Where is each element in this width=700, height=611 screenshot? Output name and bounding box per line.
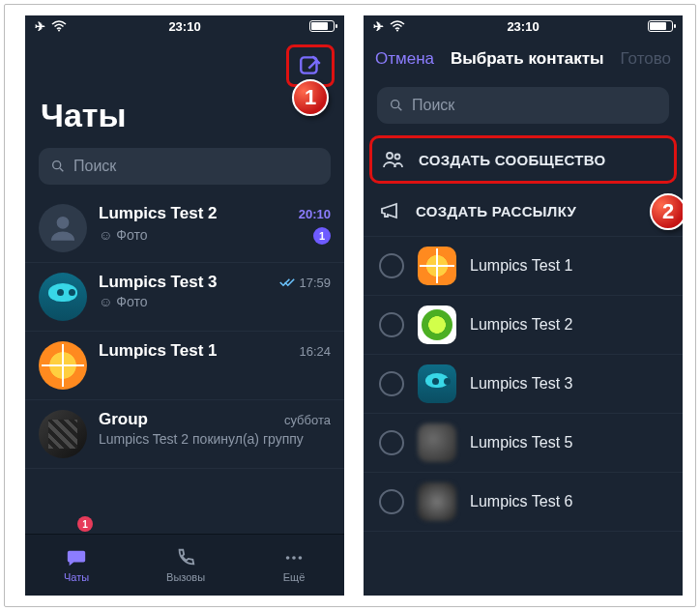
wifi-icon — [390, 20, 405, 32]
svg-point-9 — [387, 153, 393, 159]
search-input[interactable]: Поиск — [39, 148, 331, 185]
wifi-icon — [51, 20, 67, 32]
avatar — [39, 204, 87, 252]
phone-chats-screen: ✈ 23:10 1 Чаты Поиск Lumpics Test 2 20:1… — [25, 15, 344, 596]
chat-row[interactable]: Lumpics Test 1 16:24 — [25, 332, 344, 400]
contact-name: Lumpics Test 2 — [470, 316, 572, 334]
chat-name: Lumpics Test 1 — [99, 341, 218, 361]
phone-select-contacts-screen: ✈ 23:10 Отмена Выбрать контакты Готово П… — [364, 15, 683, 596]
search-icon — [389, 98, 404, 113]
chat-name: Lumpics Test 3 — [99, 273, 218, 292]
select-checkbox[interactable] — [379, 312, 404, 337]
battery-icon — [648, 20, 673, 32]
avatar — [418, 247, 456, 285]
contact-name: Lumpics Test 1 — [470, 257, 572, 275]
chat-subtitle: Фото — [116, 294, 147, 309]
chat-name: Lumpics Test 2 — [99, 204, 218, 223]
create-broadcast-button[interactable]: СОЗДАТЬ РАССЫЛКУ — [364, 186, 683, 237]
annotation-marker-2: 2 — [650, 193, 683, 230]
community-icon — [382, 148, 405, 171]
avatar — [418, 306, 456, 344]
avatar — [418, 423, 456, 462]
chat-row[interactable]: Group суббота Lumpics Test 2 покинул(а) … — [25, 400, 344, 469]
status-time: 23:10 — [507, 19, 539, 34]
airplane-icon: ✈ — [35, 19, 45, 34]
status-bar: ✈ 23:10 — [364, 15, 683, 37]
compose-icon[interactable] — [298, 53, 323, 78]
chat-name: Group — [99, 410, 148, 429]
svg-point-5 — [292, 556, 296, 560]
unread-badge: 1 — [313, 227, 331, 245]
svg-point-6 — [299, 556, 303, 560]
svg-point-10 — [395, 155, 400, 160]
create-community-button[interactable]: СОЗДАТЬ СООБЩЕСТВО — [369, 135, 677, 184]
avatar — [39, 341, 87, 390]
contact-row[interactable]: Lumpics Test 2 — [364, 296, 683, 355]
select-checkbox[interactable] — [379, 489, 404, 514]
status-bar: ✈ 23:10 — [25, 15, 344, 37]
contact-row[interactable]: Lumpics Test 6 — [364, 473, 683, 532]
svg-point-8 — [392, 101, 399, 108]
done-button[interactable]: Готово — [620, 49, 671, 69]
chat-subtitle: Фото — [116, 227, 147, 243]
svg-point-7 — [396, 30, 398, 32]
search-placeholder: Поиск — [412, 97, 454, 114]
tab-bar: 1 Чаты Вызовы Ещё — [25, 534, 344, 596]
status-time: 23:10 — [168, 19, 200, 34]
chat-row[interactable]: Lumpics Test 3 17:59 ☺Фото — [25, 263, 344, 332]
airplane-icon: ✈ — [373, 19, 384, 34]
svg-point-4 — [286, 556, 290, 560]
svg-point-3 — [57, 218, 68, 228]
phone-icon — [174, 547, 197, 568]
modal-header: Отмена Выбрать контакты Готово — [364, 37, 683, 81]
megaphone-icon — [379, 199, 402, 222]
avatar — [39, 273, 87, 321]
tab-chats-badge: 1 — [77, 516, 93, 532]
contact-name: Lumpics Test 6 — [470, 493, 572, 510]
search-input[interactable]: Поиск — [377, 87, 669, 124]
chat-time: 17:59 — [279, 276, 331, 290]
chat-list: Lumpics Test 2 20:10 ☺Фото 1 Lumpics Tes… — [25, 194, 344, 534]
avatar — [418, 482, 456, 521]
modal-title: Выбрать контакты — [451, 49, 604, 69]
chat-bubble-icon — [64, 547, 89, 568]
contact-row[interactable]: Lumpics Test 3 — [364, 355, 683, 414]
chat-row[interactable]: Lumpics Test 2 20:10 ☺Фото 1 — [25, 194, 344, 263]
avatar — [39, 410, 87, 458]
chat-time: 20:10 — [299, 207, 331, 221]
read-check-icon — [279, 277, 295, 287]
select-checkbox[interactable] — [379, 253, 404, 278]
chat-subtitle: Lumpics Test 2 покинул(а) группу — [99, 431, 331, 447]
create-broadcast-label: СОЗДАТЬ РАССЫЛКУ — [416, 203, 576, 219]
svg-point-0 — [58, 30, 60, 32]
select-checkbox[interactable] — [379, 371, 404, 396]
search-placeholder: Поиск — [73, 158, 116, 175]
select-checkbox[interactable] — [379, 430, 404, 455]
contact-name: Lumpics Test 5 — [470, 434, 572, 451]
svg-point-2 — [53, 161, 61, 169]
cancel-button[interactable]: Отмена — [375, 49, 434, 69]
contact-name: Lumpics Test 3 — [470, 375, 572, 393]
annotation-marker-1: 1 — [292, 79, 329, 116]
tab-chats[interactable]: 1 Чаты — [64, 547, 89, 583]
tab-calls[interactable]: Вызовы — [166, 547, 205, 583]
more-icon — [282, 547, 306, 568]
battery-icon — [309, 20, 335, 32]
contact-row[interactable]: Lumpics Test 1 — [364, 237, 683, 296]
search-icon — [50, 159, 66, 174]
contact-row[interactable]: Lumpics Test 5 — [364, 414, 683, 473]
chat-time: 16:24 — [299, 344, 331, 359]
contact-list: Lumpics Test 1 Lumpics Test 2 Lumpics Te… — [364, 237, 683, 596]
avatar — [418, 364, 456, 403]
tab-more[interactable]: Ещё — [282, 547, 306, 583]
create-community-label: СОЗДАТЬ СООБЩЕСТВО — [419, 152, 605, 168]
chat-time: суббота — [284, 413, 331, 427]
